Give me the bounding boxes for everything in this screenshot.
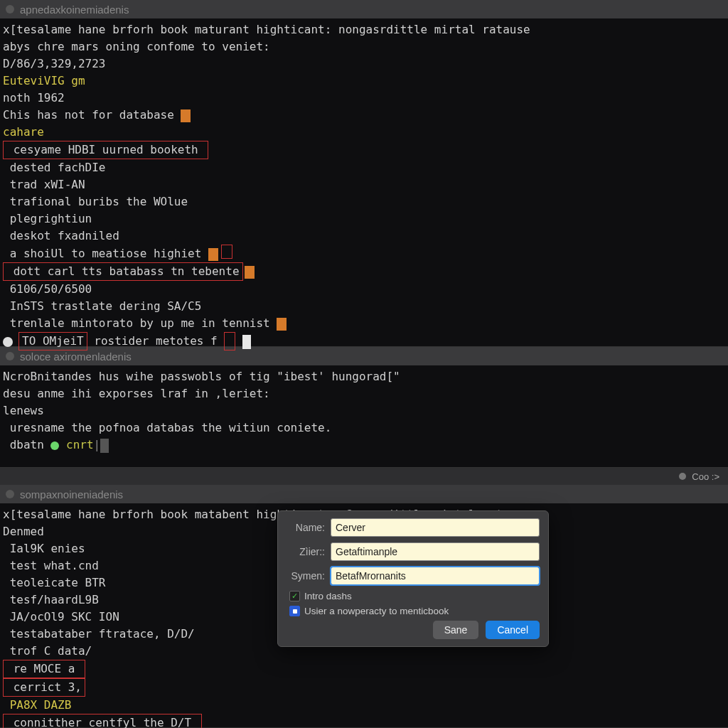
symen-label: Symen:	[287, 570, 325, 582]
cursor-block-icon	[277, 318, 287, 331]
term-line: a shoiUl to meatiose highiet	[3, 245, 725, 262]
term-line: cerrict 3,	[3, 678, 725, 697]
term-line: uresname the pofnoa databas the witiun c…	[3, 419, 725, 437]
term-line: EuteviVIG gm	[3, 73, 725, 90]
dialog-check-user[interactable]: Usier a nowperacty to menticbook	[289, 606, 540, 616]
term-line: trad xWI-AN	[3, 176, 725, 193]
cursor-block-icon	[181, 109, 191, 122]
highlighted-box	[221, 245, 232, 259]
term-line: dested fachDIe	[3, 159, 725, 176]
highlighted-box: cesyame HDBI uurned booketh	[3, 141, 208, 159]
term-line: desu anme ihi exporses lraf in ,leriet:	[3, 385, 725, 402]
term-line: cesyame HDBI uurned booketh	[3, 141, 725, 159]
highlighted-box: connitther centfyl the D/T	[3, 714, 202, 728]
term-line: trenlale mintorato by up me in tennist	[3, 315, 725, 332]
bullet-icon	[3, 337, 13, 347]
highlighted-box: re MOCE a	[3, 660, 85, 678]
checkbox-radio-icon[interactable]	[289, 606, 300, 616]
term-line: 6106/50/6500	[3, 281, 725, 298]
cursor-icon	[242, 335, 251, 349]
highlighted-box	[224, 332, 235, 350]
terminal-pane-2: soloce axiromenladenis NcroBnitandes hus…	[0, 347, 728, 468]
status-label: Coo :>	[692, 471, 719, 482]
dialog-row-zier: Zìier::	[287, 542, 540, 561]
check-label: Intro dashs	[304, 591, 352, 601]
term-line: D/86/3,329,2723	[3, 55, 725, 73]
zier-label: Zìier::	[287, 546, 325, 557]
zier-input[interactable]	[331, 542, 540, 561]
titlebar-3: sompaxnoineniadenis	[0, 485, 728, 503]
term-line: dbatn cnrt|	[3, 437, 725, 454]
status-dot-icon	[679, 473, 686, 480]
check-label: Usier a nowperacty to menticbook	[304, 606, 449, 616]
window-dot-icon	[6, 352, 14, 360]
highlighted-box: TO OMjeiT	[18, 332, 87, 350]
settings-dialog: Name: Zìier:: Symen: ✓ Intro dashs Usier…	[277, 510, 549, 647]
term-line: NcroBnitandes hus wihe passwobls of tig …	[3, 368, 725, 385]
dot-green-icon	[50, 441, 59, 450]
dialog-buttons: Sane Cancel	[287, 621, 540, 639]
term-line: connitther centfyl the D/T	[3, 714, 725, 728]
checkbox-checked-icon[interactable]: ✓	[289, 591, 300, 601]
titlebar-3-title: sompaxnoineniadenis	[20, 488, 123, 500]
cursor-block-icon	[245, 266, 255, 279]
titlebar-1-title: apnedaxkoinemiadenis	[20, 4, 129, 16]
term-line: cahare	[3, 124, 725, 141]
term-line: x[tesalame hane brforh book maturant hig…	[3, 21, 725, 38]
highlighted-box: dott carl tts batabass tn tebente	[3, 262, 243, 281]
term-line: plegrightiun	[3, 210, 725, 228]
status-bar: Coo :>	[0, 468, 728, 485]
name-input[interactable]	[331, 518, 540, 537]
terminal-pane-1: apnedaxkoinemiadenis x[tesalame hane brf…	[0, 0, 728, 347]
term-line: re MOCE a	[3, 660, 725, 678]
symen-input[interactable]	[331, 567, 540, 585]
titlebar-1: apnedaxkoinemiadenis	[0, 0, 728, 18]
cursor-block-icon	[208, 248, 218, 261]
term-line: deskot fxadniled	[3, 228, 725, 245]
term-line: PA8X DAZB	[3, 697, 725, 714]
term-line: InSTS trastlate dering SA/C5	[3, 298, 725, 315]
term-line: dott carl tts batabass tn tebente	[3, 262, 725, 281]
titlebar-2: soloce axiromenladenis	[0, 347, 728, 365]
name-label: Name:	[287, 522, 325, 533]
window-dot-icon	[6, 490, 14, 498]
dialog-check-intro[interactable]: ✓ Intro dashs	[289, 591, 540, 601]
window-dot-icon	[6, 5, 14, 14]
term-line: Chis has not for database	[3, 107, 725, 124]
dialog-row-name: Name:	[287, 518, 540, 537]
term-line: trafional buribs the WOlue	[3, 193, 725, 210]
terminal-body-1[interactable]: x[tesalame hane brforh book maturant hig…	[0, 18, 728, 353]
term-line: noth 1962	[3, 90, 725, 107]
dialog-row-symen: Symen:	[287, 567, 540, 585]
save-button[interactable]: Sane	[433, 621, 479, 639]
cursor-icon	[100, 439, 109, 453]
terminal-body-2[interactable]: NcroBnitandes hus wihe passwobls of tig …	[0, 365, 728, 456]
cancel-button[interactable]: Cancel	[486, 621, 540, 639]
term-line: lenews	[3, 402, 725, 419]
term-line: abys chre mars oning confome to veniet:	[3, 38, 725, 55]
titlebar-2-title: soloce axiromenladenis	[20, 350, 132, 363]
highlighted-box: cerrict 3,	[3, 678, 85, 697]
